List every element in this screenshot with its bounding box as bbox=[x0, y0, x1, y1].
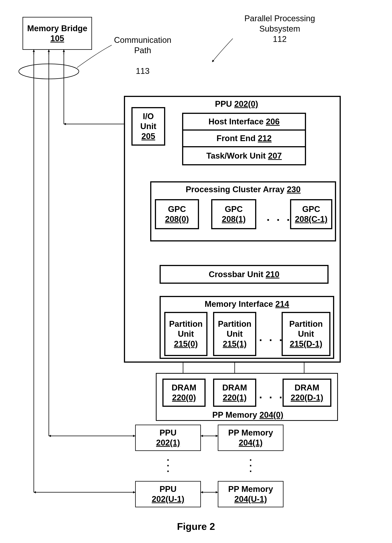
ppmem-vdots: ... bbox=[249, 455, 253, 472]
ppuU-ref: 202(U-1) bbox=[152, 494, 184, 504]
ppuU-name: PPU bbox=[160, 484, 177, 494]
pca-ref: 230 bbox=[287, 185, 301, 194]
io-unit-ref: 205 bbox=[141, 131, 155, 141]
ppuU-box: PPU 202(U-1) bbox=[135, 481, 201, 507]
pu1-box: Partition Unit 215(1) bbox=[213, 312, 256, 356]
front-end-box: Front End 212 bbox=[182, 130, 306, 147]
figure-caption: Figure 2 bbox=[0, 520, 392, 533]
ppmemU-ref: 204(U-1) bbox=[234, 494, 267, 504]
pu1-ref: 215(1) bbox=[223, 339, 247, 349]
communication-path-name: Communication Path bbox=[114, 35, 171, 55]
pu0-box: Partition Unit 215(0) bbox=[164, 312, 207, 356]
ppu0-title: PPU 202(0) bbox=[199, 99, 274, 109]
gpcC-name: GPC bbox=[302, 204, 320, 214]
memory-bridge-label: Memory Bridge bbox=[27, 23, 87, 34]
memif-name: Memory Interface bbox=[205, 299, 273, 309]
ppmem1-ref: 204(1) bbox=[239, 438, 262, 448]
host-interface-box: Host Interface 206 bbox=[182, 113, 306, 130]
ppu1-ref: 202(1) bbox=[156, 438, 180, 448]
ppmem0-name: PP Memory bbox=[212, 410, 257, 419]
pu0-name: Partition Unit bbox=[169, 319, 203, 339]
front-end-ref: 212 bbox=[258, 134, 271, 143]
io-unit-box: I/O Unit 205 bbox=[131, 107, 165, 146]
dramD-ref: 220(D-1) bbox=[291, 393, 323, 403]
ppmemU-name: PP Memory bbox=[228, 484, 273, 494]
gpc1-box: GPC 208(1) bbox=[211, 199, 256, 229]
svg-point-0 bbox=[19, 64, 79, 79]
crossbar-box: Crossbar Unit 210 bbox=[160, 265, 329, 284]
communication-path-ref: 113 bbox=[136, 66, 149, 75]
host-interface-ref: 206 bbox=[266, 117, 280, 126]
diagram-canvas: Memory Bridge 105 Communication Path 113… bbox=[0, 0, 392, 543]
crossbar-ref: 210 bbox=[266, 270, 279, 279]
ppmemU-box: PP Memory 204(U-1) bbox=[218, 481, 283, 507]
gpc1-ref: 208(1) bbox=[222, 214, 246, 224]
task-work-ref: 207 bbox=[268, 151, 282, 160]
memory-bridge-ref: 105 bbox=[50, 34, 64, 43]
gpcC-ref: 208(C-1) bbox=[295, 214, 328, 224]
subsystem-label: Parallel Processing Subsystem 112 bbox=[231, 13, 329, 44]
task-work-name: Task/Work Unit bbox=[206, 151, 266, 160]
gpc-dots: . . . bbox=[267, 210, 292, 223]
gpc0-name: GPC bbox=[168, 204, 186, 214]
puD-name: Partition Unit bbox=[289, 319, 323, 339]
communication-path-label: Communication Path 113 bbox=[105, 24, 180, 76]
host-interface-name: Host Interface bbox=[208, 117, 263, 126]
memif-title: Memory Interface 214 bbox=[163, 299, 331, 309]
pu0-ref: 215(0) bbox=[174, 339, 198, 349]
crossbar-name: Crossbar Unit bbox=[209, 270, 263, 279]
puD-box: Partition Unit 215(D-1) bbox=[282, 312, 331, 356]
dram-dots: . . . bbox=[259, 388, 284, 401]
pca-name: Processing Cluster Array bbox=[186, 185, 285, 194]
ppu1-name: PPU bbox=[160, 428, 177, 438]
memif-ref: 214 bbox=[276, 299, 289, 309]
subsystem-ref: 112 bbox=[273, 34, 287, 44]
ppmem0-ref: 204(0) bbox=[259, 410, 283, 419]
task-work-box: Task/Work Unit 207 bbox=[182, 146, 306, 165]
ppu-vdots: ... bbox=[166, 455, 170, 472]
io-unit-name: I/O Unit bbox=[140, 111, 156, 131]
pu-dots: . . . bbox=[259, 331, 284, 344]
ppmem1-box: PP Memory 204(1) bbox=[218, 425, 283, 451]
ppu1-box: PPU 202(1) bbox=[135, 425, 201, 451]
ppu0-ref: 202(0) bbox=[234, 99, 258, 108]
front-end-name: Front End bbox=[216, 134, 255, 143]
dram0-ref: 220(0) bbox=[172, 393, 196, 403]
dram0-name: DRAM bbox=[171, 383, 196, 393]
dram0-box: DRAM 220(0) bbox=[162, 379, 206, 407]
gpc0-box: GPC 208(0) bbox=[155, 199, 199, 229]
puD-ref: 215(D-1) bbox=[290, 339, 322, 349]
dram1-name: DRAM bbox=[222, 383, 247, 393]
pca-title: Processing Cluster Array 230 bbox=[156, 184, 331, 194]
gpcC-box: GPC 208(C-1) bbox=[290, 199, 332, 229]
dram1-ref: 220(1) bbox=[223, 393, 247, 403]
gpc0-ref: 208(0) bbox=[165, 214, 189, 224]
dram1-box: DRAM 220(1) bbox=[213, 379, 256, 407]
ppu0-name: PPU bbox=[215, 99, 232, 108]
pu1-name: Partition Unit bbox=[218, 319, 251, 339]
dramD-name: DRAM bbox=[295, 383, 319, 393]
ppmem1-name: PP Memory bbox=[228, 428, 273, 438]
memory-bridge-box: Memory Bridge 105 bbox=[22, 17, 92, 50]
dramD-box: DRAM 220(D-1) bbox=[282, 379, 331, 407]
gpc1-name: GPC bbox=[225, 204, 243, 214]
ppmem0-title: PP Memory 204(0) bbox=[188, 410, 308, 420]
subsystem-name: Parallel Processing Subsystem bbox=[244, 14, 315, 33]
